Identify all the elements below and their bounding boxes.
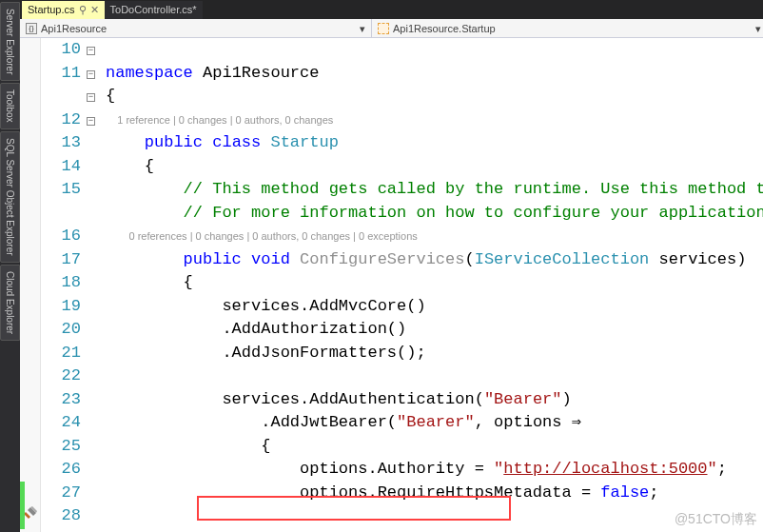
tok: " [708,460,717,478]
tab-todo-controller[interactable]: ToDoController.cs* [105,1,203,19]
tok: class [203,133,261,151]
ln: 22 [41,365,81,388]
tok[interactable]: http://localhost:5000 [503,460,707,478]
indicator-margin [20,38,41,532]
tok: services) [649,250,746,268]
tok: { [106,273,193,291]
ln: 20 [41,318,81,342]
tok: namespace [106,64,193,82]
tok: .AddJwtBearer( [106,413,397,431]
tok: ( [464,250,474,268]
tok: ConfigureServices [290,250,465,268]
tok: ; [717,460,727,478]
tool-sql-object-explorer[interactable]: SQL Server Object Explorer [0,131,20,263]
main-area: Startup.cs ⚲ ✕ ToDoController.cs* {} Api… [20,0,763,532]
side-toolbar: Server Explorer Toolbox SQL Server Objec… [0,0,20,532]
chevron-down-icon: ▾ [755,19,761,38]
ln: 21 [41,342,81,365]
nav-bar: {} Api1Resource ▾ Api1Resource.Startup ▾… [20,19,763,38]
ln: 27 [41,482,81,505]
namespace-icon: {} [26,23,37,34]
tok: false [600,483,649,502]
ln: 19 [41,295,81,319]
tok: IServiceCollection [475,250,650,268]
codelens[interactable]: 1 reference | 0 changes | 0 authors, 0 c… [106,108,763,132]
tok: .AddAuthorization() [106,320,406,338]
code-body[interactable]: namespace Api1Resource { 1 reference | 0… [102,38,763,532]
line-numbers: 10 11 12 13 14 15 16 17 18 19 20 21 22 2… [41,38,87,532]
tok: services.AddAuthentication( [106,390,484,408]
ln: 26 [41,458,81,482]
nav-namespace-dropdown[interactable]: {} Api1Resource ▾ [20,19,372,37]
ln: 28 [41,504,81,528]
tok: Startup [261,133,339,151]
ln: 18 [41,271,81,295]
tok: void [242,250,290,268]
ln: 14 [41,155,81,179]
tok: ) [562,390,572,408]
ln: 17 [41,248,81,272]
tok: "Bearer" [397,413,475,431]
ln: 15 [41,178,81,202]
ln: 12 [41,108,81,132]
tab-label: ToDoController.cs* [110,1,197,19]
tok: options.Authority = [106,460,494,478]
tok: { [106,157,154,175]
chevron-down-icon: ▾ [360,19,365,38]
fold-toggle[interactable]: − [87,70,95,79]
ln: 10 [41,38,81,62]
tok: // This method gets called by the runtim… [106,180,763,198]
nav-class-label: Api1Resource.Startup [393,19,496,38]
nav-namespace-label: Api1Resource [41,19,107,38]
tab-startup[interactable]: Startup.cs ⚲ ✕ [22,1,105,19]
tok: options.RequireHttpsMetadata = [106,483,600,502]
tok: services.AddMvcCore() [106,297,426,315]
tab-label: Startup.cs [28,1,75,19]
ln: 25 [41,435,81,459]
tok: { [106,437,270,455]
ln: 29 [41,528,81,533]
ln: 13 [41,131,81,155]
ln: 23 [41,388,81,412]
code-editor[interactable]: 10 11 12 13 14 15 16 17 18 19 20 21 22 2… [20,38,763,532]
tok: { [106,87,115,105]
build-marker-icon [23,505,38,521]
tok: "Bearer" [484,390,562,408]
change-marker [20,482,25,529]
fold-toggle[interactable]: − [87,47,95,55]
ln: 16 [41,225,81,248]
class-icon [378,23,389,34]
codelens[interactable]: 0 references | 0 changes | 0 authors, 0 … [106,225,763,248]
tool-server-explorer[interactable]: Server Explorer [0,2,20,81]
tok: Api1Resource [193,64,320,82]
tok: // For more information on how to config… [106,204,763,222]
fold-toggle[interactable]: − [87,93,95,102]
tok: .AddJsonFormatters(); [106,344,426,362]
tok: " [494,460,503,478]
nav-class-dropdown[interactable]: Api1Resource.Startup ▾ [372,19,763,37]
pin-icon[interactable]: ⚲ [79,1,87,19]
tok: ; [649,483,658,502]
tok: public [106,133,203,151]
close-icon[interactable]: ✕ [90,1,99,19]
fold-toggle[interactable]: − [87,117,95,126]
watermark: @51CTO博客 [675,511,757,528]
ln: 11 [41,62,81,86]
tool-toolbox[interactable]: Toolbox [0,83,20,128]
tok: public [106,250,242,268]
tok: , options ⇒ [475,413,581,431]
fold-gutter: − − − − [87,38,102,532]
ln: 24 [41,411,81,435]
tab-strip: Startup.cs ⚲ ✕ ToDoController.cs* [20,0,763,19]
tool-cloud-explorer[interactable]: Cloud Explorer [0,265,20,341]
